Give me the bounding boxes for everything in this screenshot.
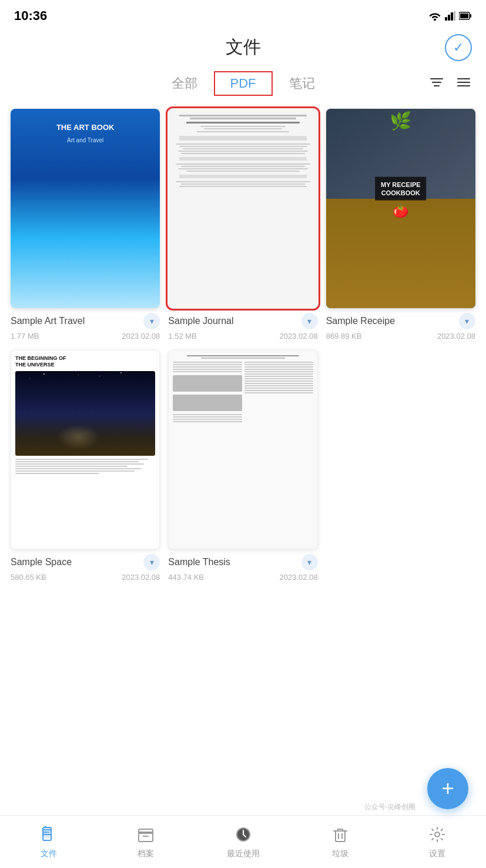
tab-pdf[interactable]: PDF: [214, 72, 273, 95]
file-dropdown-thesis[interactable]: ▾: [301, 554, 318, 570]
nav-label-files: 文件: [41, 849, 57, 859]
nav-item-settings[interactable]: 设置: [389, 825, 486, 859]
recipe-label: MY RECEIPECOOKBOOK: [375, 176, 427, 201]
check-button[interactable]: ✓: [445, 34, 472, 61]
nav-item-recent[interactable]: 最近使用: [195, 825, 291, 859]
status-time: 10:36: [14, 8, 47, 24]
nav-item-files[interactable]: 文件: [0, 825, 97, 859]
file-dropdown-space[interactable]: ▾: [143, 554, 160, 570]
file-name-row-thesis: Sample Thesis ▾: [168, 554, 317, 570]
svg-rect-0: [445, 17, 447, 21]
tabs-bar: 全部 PDF 笔记: [0, 68, 486, 102]
nav-label-archives: 档案: [138, 849, 154, 859]
file-dropdown-art-travel[interactable]: ▾: [143, 313, 160, 329]
file-date-thesis: 2023.02.08: [280, 573, 318, 582]
svg-point-23: [435, 832, 440, 837]
svg-rect-1: [448, 15, 450, 21]
svg-rect-5: [460, 14, 468, 18]
file-name-space: Sample Space: [11, 556, 141, 569]
watermark: 公众号·尖峰创圈: [364, 802, 415, 812]
file-card-receipe[interactable]: 🌿 🍅 MY RECEIPECOOKBOOK Sample Receipe ▾ …: [326, 109, 475, 340]
art-book-title: THE ART BOOK: [52, 123, 119, 132]
tab-action-icons: [428, 75, 472, 92]
nav-item-archives[interactable]: 档案: [97, 825, 194, 859]
file-size-thesis: 443.74 KB: [168, 573, 204, 582]
file-card-space[interactable]: THE BEGINNING OFTHE UNIVERSE Sample Spac…: [11, 350, 160, 582]
wifi-icon: [428, 11, 441, 21]
file-meta-art-travel: 1.77 MB 2023.02.08: [11, 332, 160, 340]
file-card-thesis[interactable]: Sample Thesis ▾ 443.74 KB 2023.02.08: [168, 350, 317, 582]
space-doc-title: THE BEGINNING OFTHE UNIVERSE: [15, 355, 155, 368]
list-view-button[interactable]: [455, 75, 472, 92]
herb-icon: 🌿: [390, 112, 411, 130]
file-dropdown-journal[interactable]: ▾: [301, 313, 318, 329]
file-name-journal: Sample Journal: [168, 315, 299, 328]
svg-rect-19: [336, 831, 345, 842]
battery-icon: [459, 12, 472, 20]
file-meta-journal: 1.52 MB 2023.02.08: [168, 332, 317, 340]
trash-icon: [331, 825, 350, 846]
nav-item-trash[interactable]: 垃圾: [291, 825, 388, 859]
nav-label-trash: 垃圾: [332, 849, 348, 859]
file-thumbnail-receipe: 🌿 🍅 MY RECEIPECOOKBOOK: [326, 109, 475, 308]
art-book-sub: Art and Travel: [67, 137, 103, 143]
file-thumbnail-thesis: [168, 350, 317, 549]
file-card-journal[interactable]: Sample Journal ▾ 1.52 MB 2023.02.08: [168, 109, 317, 340]
space-image: [15, 371, 155, 456]
bottom-nav: 文件 档案 最近使用: [0, 815, 486, 868]
files-icon: [39, 825, 58, 846]
file-date-receipe: 2023.02.08: [437, 332, 475, 340]
recent-icon: [234, 825, 253, 846]
file-size-journal: 1.52 MB: [168, 332, 196, 340]
file-thumbnail-space: THE BEGINNING OFTHE UNIVERSE: [11, 350, 160, 549]
file-thumbnail-journal: [168, 109, 317, 308]
sort-button[interactable]: [428, 75, 445, 92]
file-name-art-travel: Sample Art Travel: [11, 315, 141, 328]
file-date-space: 2023.02.08: [122, 573, 160, 582]
file-name-row-receipe: Sample Receipe ▾: [326, 313, 475, 329]
file-name-row-art-travel: Sample Art Travel ▾: [11, 313, 160, 329]
file-meta-receipe: 869.89 KB 2023.02.08: [326, 332, 475, 340]
file-name-thesis: Sample Thesis: [168, 556, 299, 569]
file-dropdown-receipe[interactable]: ▾: [459, 313, 475, 329]
file-meta-thesis: 443.74 KB 2023.02.08: [168, 573, 317, 582]
file-size-art-travel: 1.77 MB: [11, 332, 39, 340]
status-icons: [428, 11, 472, 21]
file-name-receipe: Sample Receipe: [326, 315, 457, 328]
file-name-row-space: Sample Space ▾: [11, 554, 160, 570]
header: 文件 ✓: [0, 29, 486, 68]
file-size-receipe: 869.89 KB: [326, 332, 362, 340]
file-date-journal: 2023.02.08: [280, 332, 318, 340]
status-bar: 10:36: [0, 0, 486, 29]
food-icon: 🍅: [393, 203, 408, 219]
nav-label-recent: 最近使用: [227, 849, 260, 859]
file-thumbnail-art-travel: THE ART BOOK Art and Travel: [11, 109, 160, 308]
settings-icon: [428, 825, 447, 846]
file-size-space: 580.65 KB: [11, 573, 46, 582]
tab-notes[interactable]: 笔记: [273, 71, 331, 96]
svg-rect-2: [451, 12, 453, 21]
file-card-art-travel[interactable]: THE ART BOOK Art and Travel Sample Art T…: [11, 109, 160, 340]
nav-label-settings: 设置: [429, 849, 445, 859]
signal-icon: [445, 11, 455, 21]
tab-all[interactable]: 全部: [155, 71, 214, 96]
svg-rect-3: [454, 11, 455, 21]
archives-icon: [136, 825, 155, 846]
page-title: 文件: [226, 35, 261, 59]
files-grid: THE ART BOOK Art and Travel Sample Art T…: [0, 102, 486, 640]
svg-rect-6: [470, 14, 471, 18]
add-fab-button[interactable]: +: [427, 768, 468, 809]
file-meta-space: 580.65 KB 2023.02.08: [11, 573, 160, 582]
file-name-row-journal: Sample Journal ▾: [168, 313, 317, 329]
file-date-art-travel: 2023.02.08: [122, 332, 160, 340]
